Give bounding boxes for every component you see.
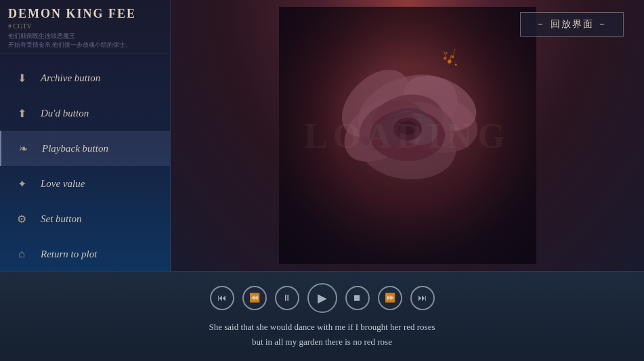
sidebar-header: DEMON KING FEE # CGTV 他们颠倒既生连续恶魔王 开始有受情金… — [0, 0, 170, 54]
lyric-line-2: but in all my garden there is no red ros… — [209, 335, 435, 349]
sidebar-item-return[interactable]: ⌂Return to plot — [0, 236, 170, 272]
archive-icon: ⬇ — [14, 70, 30, 86]
pause-button[interactable]: ⏸ — [275, 286, 299, 310]
sidebar-item-archive-label: Archive button — [41, 72, 100, 84]
lyrics-display: She said that she would dance with me if… — [209, 320, 435, 349]
sidebar-item-settings-label: Set button — [41, 213, 81, 225]
rose-illustration — [171, 0, 644, 271]
sidebar-tag: # CGTV — [8, 22, 162, 30]
rewind-button[interactable]: ⏪ — [242, 286, 267, 310]
skip-forward-button[interactable]: ⏭ — [410, 286, 435, 310]
sidebar-item-playback[interactable]: ❧Playback button — [0, 131, 170, 166]
dud-icon: ⬆ — [14, 105, 30, 121]
sidebar-item-love-label: Love value — [41, 178, 85, 190]
sidebar-item-playback-label: Playback button — [42, 143, 108, 154]
sidebar: DEMON KING FEE # CGTV 他们颠倒既生连续恶魔王 开始有受情金… — [0, 0, 171, 271]
return-to-playback-button[interactable]: － 回放界面 － — [520, 12, 624, 37]
video-background: LOADING — [171, 0, 644, 271]
love-icon: ✦ — [14, 175, 30, 192]
player-controls: ⏮⏪⏸▶⏹⏩⏭ — [210, 283, 435, 313]
sidebar-item-dud-label: Du'd button — [41, 108, 89, 119]
stop-button[interactable]: ⏹ — [345, 286, 370, 310]
play-button[interactable]: ▶ — [307, 283, 337, 313]
sidebar-item-love[interactable]: ✦Love value — [0, 166, 170, 201]
lyric-line-1: She said that she would dance with me if… — [209, 320, 435, 335]
settings-icon: ⚙ — [14, 211, 30, 227]
player-bar: ⏮⏪⏸▶⏹⏩⏭ She said that she would dance wi… — [0, 271, 644, 361]
sidebar-desc: 他们颠倒既生连续恶魔王 开始有受情金帛,他们接一步放魂小组的保士。 — [8, 32, 162, 49]
playback-icon: ❧ — [15, 140, 31, 156]
sidebar-item-settings[interactable]: ⚙Set button — [0, 201, 170, 236]
sidebar-item-archive[interactable]: ⬇Archive button — [0, 60, 170, 95]
skip-back-button[interactable]: ⏮ — [210, 286, 234, 310]
return-icon: ⌂ — [14, 246, 30, 262]
video-area: LOADING － 回放界面 － — [171, 0, 644, 271]
sidebar-item-dud[interactable]: ⬆Du'd button — [0, 95, 170, 131]
sidebar-nav: ⬇Archive button⬆Du'd button❧Playback but… — [0, 54, 170, 272]
fast-forward-button[interactable]: ⏩ — [378, 286, 402, 310]
svg-rect-24 — [279, 7, 536, 264]
sidebar-title: DEMON KING FEE — [8, 7, 162, 21]
sidebar-item-return-label: Return to plot — [41, 249, 97, 260]
